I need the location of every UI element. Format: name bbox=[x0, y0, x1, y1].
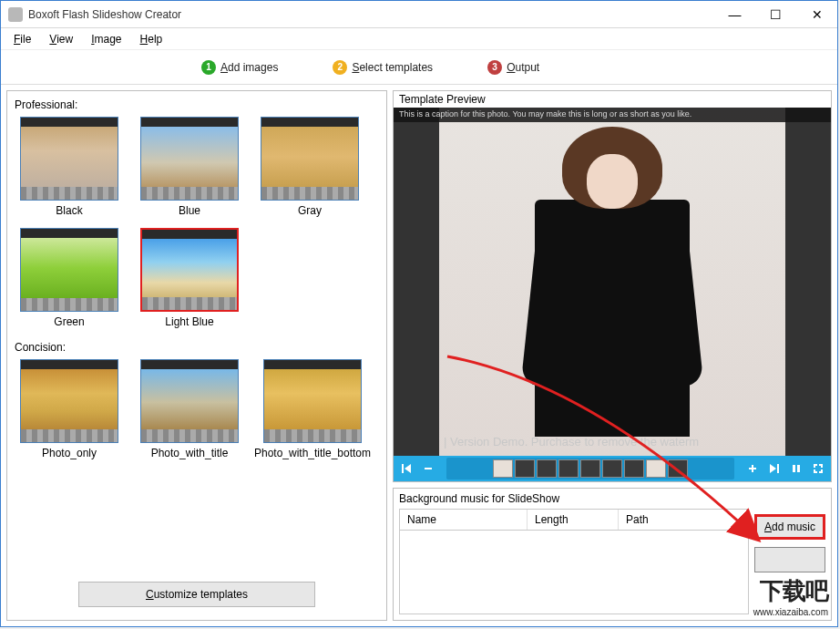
first-button[interactable] bbox=[397, 459, 415, 478]
menu-bar: File View Image Help bbox=[1, 28, 837, 50]
menu-image[interactable]: Image bbox=[82, 30, 130, 48]
thumb-photo-only bbox=[20, 359, 118, 443]
templates-panel: Professional: Black Blue Gray Green bbox=[6, 90, 387, 621]
svg-rect-4 bbox=[797, 465, 800, 472]
template-green[interactable]: Green bbox=[15, 228, 124, 328]
window-controls: — ☐ ✕ bbox=[714, 1, 837, 27]
music-header: Name Length Path bbox=[399, 509, 749, 531]
step-1-label: Add images bbox=[220, 61, 278, 74]
label-blue: Blue bbox=[179, 204, 200, 217]
minimize-button[interactable]: — bbox=[714, 1, 755, 27]
step-3-badge: 3 bbox=[487, 60, 502, 75]
svg-rect-0 bbox=[425, 468, 432, 469]
svg-rect-2 bbox=[749, 468, 756, 469]
preview-area: This is a caption for this photo. You ma… bbox=[394, 108, 831, 456]
close-button[interactable]: ✕ bbox=[796, 1, 837, 27]
template-photo-with-title-bottom[interactable]: Photo_with_title_bottom bbox=[255, 359, 370, 459]
music-body[interactable] bbox=[399, 531, 749, 614]
col-path[interactable]: Path bbox=[619, 510, 748, 530]
last-button[interactable] bbox=[765, 459, 784, 478]
template-photo-only[interactable]: Photo_only bbox=[15, 359, 124, 459]
preview-title: Template Preview bbox=[394, 91, 831, 108]
window-title: Boxoft Flash Slideshow Creator bbox=[28, 8, 714, 21]
mini-thumb[interactable] bbox=[580, 459, 600, 478]
label-pwtb: Photo_with_title_bottom bbox=[254, 447, 371, 459]
preview-photo bbox=[439, 108, 785, 456]
thumb-black bbox=[20, 117, 118, 201]
step-1-badge: 1 bbox=[201, 60, 216, 75]
label-black: Black bbox=[56, 204, 82, 217]
step-select-templates[interactable]: 2 Select templates bbox=[333, 60, 433, 75]
concision-grid: Photo_only Photo_with_title Photo_with_t… bbox=[7, 357, 386, 465]
title-bar: Boxoft Flash Slideshow Creator — ☐ ✕ bbox=[1, 1, 837, 28]
plus-button[interactable] bbox=[743, 459, 762, 478]
music-side-buttons: Add music bbox=[754, 514, 825, 572]
step-3-label: Output bbox=[507, 61, 539, 74]
app-icon bbox=[8, 7, 23, 22]
thumb-gray bbox=[261, 117, 359, 201]
pause-button[interactable] bbox=[787, 459, 805, 478]
music-button-2[interactable] bbox=[754, 547, 825, 572]
template-gray[interactable]: Gray bbox=[255, 117, 364, 217]
thumb-green bbox=[20, 228, 118, 312]
step-2-label: Select templates bbox=[352, 61, 433, 74]
preview-caption: This is a caption for this photo. You ma… bbox=[394, 108, 831, 122]
mini-thumb[interactable] bbox=[515, 459, 535, 478]
label-photo-only: Photo_only bbox=[42, 447, 97, 459]
mini-thumb[interactable] bbox=[558, 459, 579, 478]
menu-file[interactable]: File bbox=[5, 30, 40, 48]
mini-thumb[interactable] bbox=[537, 459, 557, 478]
col-name[interactable]: Name bbox=[400, 510, 528, 530]
customize-row: Customize templates bbox=[7, 572, 386, 620]
music-box: Background music for SlideShow Name Leng… bbox=[393, 488, 832, 621]
player-controls bbox=[394, 456, 831, 481]
demo-watermark: | Version Demo. Purchase to remove the w… bbox=[444, 435, 781, 449]
label-pwt: Photo_with_title bbox=[151, 447, 229, 459]
add-music-button[interactable]: Add music bbox=[754, 514, 825, 540]
minus-button[interactable] bbox=[419, 459, 437, 478]
thumb-pwt bbox=[140, 359, 239, 443]
template-photo-with-title[interactable]: Photo_with_title bbox=[135, 359, 244, 459]
section-professional: Professional: bbox=[7, 91, 386, 115]
template-black[interactable]: Black bbox=[15, 117, 124, 217]
menu-view[interactable]: View bbox=[40, 30, 82, 48]
section-concision: Concision: bbox=[7, 334, 386, 357]
step-2-badge: 2 bbox=[333, 60, 347, 75]
thumb-lightblue bbox=[140, 228, 239, 312]
mini-thumb[interactable] bbox=[493, 459, 513, 478]
fullscreen-button[interactable] bbox=[809, 459, 827, 478]
col-length[interactable]: Length bbox=[528, 510, 619, 530]
preview-box: Template Preview This is a caption for t… bbox=[393, 90, 832, 482]
professional-grid: Black Blue Gray Green Light Blue bbox=[7, 115, 386, 334]
right-panel: Template Preview This is a caption for t… bbox=[393, 90, 832, 621]
menu-help[interactable]: Help bbox=[131, 30, 172, 48]
step-add-images[interactable]: 1 Add images bbox=[201, 60, 278, 75]
mini-thumb[interactable] bbox=[646, 459, 666, 478]
content-area: Professional: Black Blue Gray Green bbox=[1, 85, 837, 626]
maximize-button[interactable]: ☐ bbox=[755, 1, 796, 27]
mini-thumb[interactable] bbox=[624, 459, 644, 478]
svg-rect-3 bbox=[793, 465, 795, 472]
label-lightblue: Light Blue bbox=[165, 315, 213, 328]
customize-templates-button[interactable]: Customize templates bbox=[78, 582, 315, 607]
thumb-pwtb bbox=[263, 359, 362, 443]
thumb-blue bbox=[140, 117, 239, 201]
steps-bar: 1 Add images 2 Select templates 3 Output bbox=[1, 50, 837, 85]
music-title: Background music for SlideShow bbox=[394, 489, 831, 509]
label-green: Green bbox=[54, 315, 84, 328]
mini-thumb[interactable] bbox=[602, 459, 622, 478]
app-window: Boxoft Flash Slideshow Creator — ☐ ✕ Fil… bbox=[0, 0, 838, 627]
label-gray: Gray bbox=[298, 204, 322, 217]
person-graphic bbox=[530, 118, 694, 446]
template-lightblue[interactable]: Light Blue bbox=[135, 228, 244, 328]
mini-thumb[interactable] bbox=[668, 459, 688, 478]
step-output[interactable]: 3 Output bbox=[487, 60, 539, 75]
template-blue[interactable]: Blue bbox=[135, 117, 244, 217]
thumbnail-strip[interactable] bbox=[446, 458, 734, 479]
